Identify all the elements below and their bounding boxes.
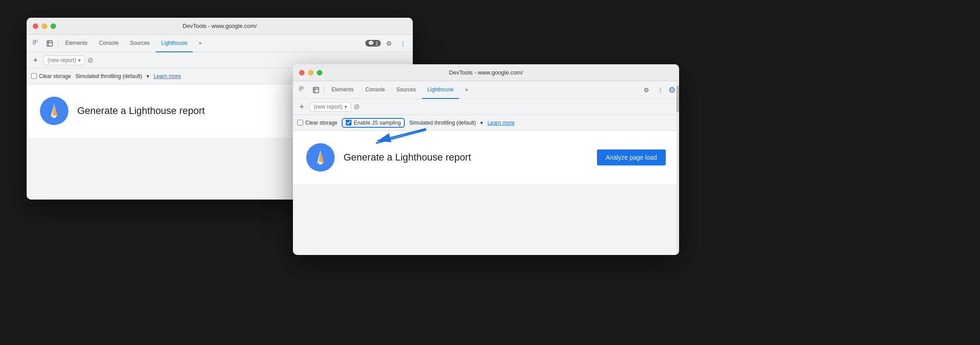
chat-count: 1 (375, 41, 378, 46)
svg-rect-1 (36, 40, 37, 42)
tab-elements-front[interactable]: Elements (326, 81, 359, 99)
tab-console-front[interactable]: Console (360, 81, 390, 99)
inspect-icon-front[interactable] (310, 84, 322, 96)
tab-lighthouse-back[interactable]: Lighthouse (156, 35, 193, 52)
clear-storage-input-back[interactable] (31, 73, 37, 79)
learn-more-link-front[interactable]: Learn more (487, 120, 514, 126)
clear-storage-label-front: Clear storage (305, 120, 337, 126)
gear-blue-icon[interactable]: ⚙ (668, 85, 676, 95)
maximize-button-back[interactable] (51, 24, 56, 29)
report-placeholder-back: (new report) (47, 57, 76, 63)
clear-storage-checkbox-front[interactable]: Clear storage (297, 120, 337, 126)
close-button-front[interactable] (299, 70, 304, 75)
lighthouse-logo-back (40, 97, 68, 125)
toolbar-divider-front (324, 86, 324, 94)
report-bar-front: + (new report) ▾ ⊘ (293, 99, 679, 115)
svg-rect-3 (47, 41, 52, 46)
more-icon-back[interactable]: ⋮ (397, 37, 409, 50)
settings-icon-front[interactable]: ⚙ (640, 84, 652, 96)
tab-lighthouse-front[interactable]: Lighthouse (422, 81, 459, 99)
svg-rect-22 (319, 162, 322, 165)
throttle-dropdown-icon-back: ▾ (146, 73, 149, 79)
tab-elements-back[interactable]: Elements (60, 35, 93, 52)
cancel-report-button-front[interactable]: ⊘ (354, 102, 360, 111)
add-report-button-back[interactable]: + (30, 56, 41, 64)
devtools-window-front: DevTools - www.google.com/ Elements Cons… (293, 64, 679, 255)
main-content-front: Generate a Lighthouse report Analyze pag… (293, 131, 679, 184)
traffic-lights-back (33, 24, 56, 29)
report-select-front[interactable]: (new report) ▾ (310, 102, 351, 112)
options-bar-front: Clear storage Enable JS sampling Simulat… (293, 115, 679, 131)
chat-icon: 💬 (368, 40, 374, 46)
generate-text-front: Generate a Lighthouse report (344, 152, 471, 163)
title-bar-back: DevTools - www.google.com/ (27, 18, 413, 35)
tab-sources-back[interactable]: Sources (125, 35, 155, 52)
js-sampling-checkbox-front[interactable]: Enable JS sampling (342, 118, 405, 128)
report-select-back[interactable]: (new report) ▾ (43, 55, 85, 65)
minimize-button-back[interactable] (42, 24, 47, 29)
js-sampling-input-front[interactable] (346, 120, 352, 125)
scrollbar-thumb[interactable] (676, 86, 679, 112)
learn-more-link-back[interactable]: Learn more (154, 73, 181, 79)
js-sampling-label-front: Enable JS sampling (354, 120, 401, 126)
svg-rect-14 (302, 87, 304, 89)
throttle-label-front: Simulated throttling (default) (409, 120, 476, 126)
report-dropdown-icon-front: ▾ (344, 104, 347, 110)
toolbar-right-back: 💬 1 ⚙ ⋮ (365, 37, 409, 50)
title-bar-front: DevTools - www.google.com/ (293, 64, 679, 81)
report-placeholder-front: (new report) (314, 104, 343, 110)
clear-storage-checkbox-back[interactable]: Clear storage (31, 73, 71, 79)
window-title-front: DevTools - www.google.com/ (449, 69, 523, 76)
inspect-icon[interactable] (43, 37, 56, 50)
clear-storage-label-back: Clear storage (39, 73, 71, 79)
toolbar-back: Elements Console Sources Lighthouse » 💬 … (27, 35, 413, 52)
tab-console-back[interactable]: Console (94, 35, 124, 52)
clear-storage-input-front[interactable] (297, 120, 303, 125)
maximize-button-front[interactable] (317, 70, 322, 75)
window-title-back: DevTools - www.google.com/ (183, 23, 257, 29)
more-icon-front[interactable]: ⋮ (654, 84, 667, 96)
settings-icon-back[interactable]: ⚙ (383, 37, 395, 50)
cursor-icon[interactable] (30, 37, 43, 50)
svg-rect-15 (300, 89, 301, 91)
close-button-back[interactable] (33, 24, 38, 29)
scrollbar[interactable] (676, 81, 679, 255)
report-dropdown-icon: ▾ (78, 57, 81, 63)
svg-rect-13 (300, 87, 301, 89)
generate-text-back: Generate a Lighthouse report (77, 105, 205, 117)
svg-rect-0 (33, 40, 35, 42)
cursor-icon-front[interactable] (296, 84, 309, 96)
cancel-report-button-back[interactable]: ⊘ (87, 56, 93, 64)
svg-rect-9 (52, 115, 56, 118)
traffic-lights-front (299, 70, 322, 75)
minimize-button-front[interactable] (308, 70, 313, 75)
toolbar-right-front: ⚙ ⋮ ⚙ (640, 84, 676, 96)
add-report-button-front[interactable]: + (296, 103, 307, 111)
lighthouse-logo-front (306, 143, 335, 172)
tab-sources-front[interactable]: Sources (391, 81, 421, 99)
toolbar-divider (58, 39, 58, 47)
analyze-page-load-button[interactable]: Analyze page load (597, 149, 666, 165)
toolbar-front: Elements Console Sources Lighthouse » ⚙ … (293, 81, 679, 99)
throttle-label-back: Simulated throttling (default) (75, 73, 142, 79)
throttle-dropdown-icon-front: ▾ (480, 120, 483, 126)
tab-more-front[interactable]: » (460, 81, 474, 99)
chat-badge[interactable]: 💬 1 (365, 40, 381, 47)
tab-more-back[interactable]: » (194, 35, 207, 52)
svg-rect-16 (313, 87, 319, 93)
svg-rect-2 (33, 43, 35, 44)
